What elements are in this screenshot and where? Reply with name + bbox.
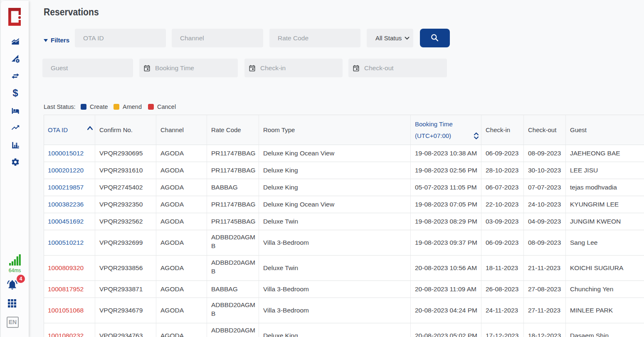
svg-text:$: $ [12,89,18,98]
